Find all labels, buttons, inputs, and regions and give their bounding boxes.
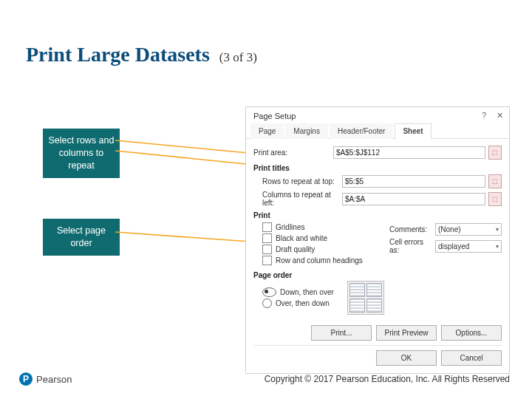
- slide-title: Print Large Datasets (3 of 3): [26, 43, 257, 66]
- down-then-over-radio[interactable]: [262, 287, 276, 297]
- cellerrors-value: displayed: [438, 241, 469, 252]
- cols-repeat-label: Columns to repeat at left:: [262, 191, 342, 207]
- close-icon[interactable]: ✕: [497, 111, 503, 120]
- cellerrors-label: Cell errors as:: [389, 238, 435, 254]
- dialog-title: Page Setup: [253, 112, 296, 120]
- gridlines-checkbox[interactable]: [262, 222, 272, 232]
- dialog-tabs: Page Margins Header/Footer Sheet: [246, 123, 509, 139]
- draft-label: Draft quality: [276, 245, 315, 253]
- chevron-down-icon: ▾: [496, 224, 499, 235]
- print-preview-button[interactable]: Print Preview: [376, 325, 437, 341]
- title-counter: (3 of 3): [219, 50, 257, 64]
- page-order-head: Page order: [253, 271, 502, 279]
- comments-select[interactable]: (None)▾: [435, 223, 502, 236]
- options-button[interactable]: Options...: [441, 325, 502, 341]
- bw-label: Black and white: [276, 234, 327, 242]
- chevron-down-icon: ▾: [496, 241, 499, 252]
- pearson-logo-icon: P: [19, 372, 33, 386]
- rowcolhead-label: Row and column headings: [276, 256, 363, 265]
- print-section-head: Print: [253, 211, 502, 219]
- rows-repeat-input[interactable]: $5:$5: [342, 175, 485, 188]
- tab-margins[interactable]: Margins: [285, 123, 328, 139]
- callout-rows-cols-text: Select rows and columns to repeat: [49, 135, 115, 171]
- over-then-down-label: Over, then down: [276, 299, 330, 307]
- over-then-down-radio[interactable]: [262, 299, 272, 308]
- page-order-icon: [347, 281, 384, 315]
- rows-repeat-label: Rows to repeat at top:: [262, 177, 342, 185]
- title-main: Print Large Datasets: [26, 43, 210, 66]
- rowcolhead-checkbox[interactable]: [262, 256, 272, 265]
- comments-label: Comments:: [389, 225, 435, 233]
- comments-value: (None): [438, 224, 461, 235]
- cancel-button[interactable]: Cancel: [441, 350, 502, 366]
- gridlines-label: Gridlines: [276, 223, 304, 231]
- tab-headerfooter[interactable]: Header/Footer: [330, 123, 393, 139]
- cols-repeat-input[interactable]: $A:$A: [342, 193, 485, 205]
- page-setup-dialog: Page Setup ? ✕ Page Margins Header/Foote…: [245, 106, 510, 374]
- pearson-brand-text: Pearson: [36, 374, 72, 385]
- print-area-ref-button[interactable]: ⬚: [488, 146, 502, 160]
- callout-rows-cols: Select rows and columns to repeat: [43, 129, 120, 178]
- ok-button[interactable]: OK: [376, 350, 437, 366]
- down-then-over-label: Down, then over: [280, 288, 334, 296]
- print-button[interactable]: Print...: [311, 325, 372, 341]
- draft-checkbox[interactable]: [262, 245, 272, 254]
- print-area-input[interactable]: $A$5:$J$112: [333, 146, 485, 159]
- cols-repeat-ref-button[interactable]: ⬚: [488, 192, 502, 206]
- bw-checkbox[interactable]: [262, 233, 272, 243]
- copyright-text: Copyright © 2017 Pearson Education, Inc.…: [265, 374, 510, 384]
- callout-page-order: Select page order: [43, 219, 120, 256]
- callout-page-order-text: Select page order: [57, 225, 106, 248]
- tab-page[interactable]: Page: [250, 123, 284, 139]
- cellerrors-select[interactable]: displayed▾: [435, 240, 502, 253]
- dialog-titlebar: Page Setup ? ✕: [246, 107, 509, 123]
- help-icon[interactable]: ?: [482, 111, 486, 120]
- print-titles-head: Print titles: [253, 164, 502, 172]
- slide-footer: P Pearson Copyright © 2017 Pearson Educa…: [0, 372, 532, 386]
- pearson-brand: P Pearson: [19, 372, 72, 386]
- rows-repeat-ref-button[interactable]: ⬚: [488, 174, 502, 188]
- print-area-label: Print area:: [253, 149, 333, 157]
- tab-sheet[interactable]: Sheet: [395, 123, 431, 139]
